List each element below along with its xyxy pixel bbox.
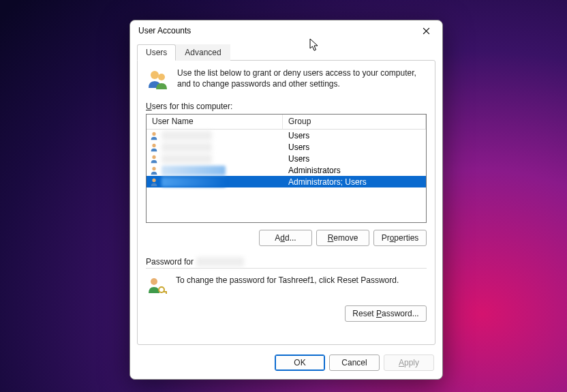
user-icon — [149, 154, 159, 164]
user-icon — [149, 166, 159, 175]
user-icon — [149, 177, 159, 187]
column-header-group[interactable]: Group — [283, 115, 426, 129]
user-icon — [149, 131, 159, 140]
cancel-button[interactable]: Cancel — [329, 355, 380, 371]
add-button[interactable]: Add... — [259, 230, 312, 246]
svg-rect-10 — [166, 291, 167, 294]
key-user-icon — [146, 275, 168, 297]
users-listview[interactable]: User Name Group ████ Users ████ Users ██… — [146, 114, 427, 223]
svg-point-6 — [152, 178, 155, 181]
tab-users[interactable]: Users — [137, 44, 176, 61]
password-section-label: Password for ████ — [146, 257, 427, 269]
svg-point-5 — [152, 166, 155, 170]
apply-button: Apply — [384, 355, 434, 371]
ok-button[interactable]: OK — [275, 355, 325, 371]
svg-point-2 — [152, 132, 155, 135]
users-list-label: Users for this computer: — [146, 102, 427, 111]
list-item[interactable]: ████ Administrators; Users — [147, 176, 426, 187]
listview-body: ████ Users ████ Users ████ Users ████ Ad… — [147, 130, 426, 187]
user-accounts-window: User Accounts Users Advanced Use th — [129, 20, 443, 380]
listview-header: User Name Group — [147, 115, 426, 130]
svg-point-0 — [151, 71, 159, 79]
intro-row: Use the list below to grant or deny user… — [146, 67, 427, 92]
tab-advanced[interactable]: Advanced — [176, 44, 230, 61]
dialog-footer: OK Cancel Apply — [130, 350, 442, 379]
list-item[interactable]: ████ Users — [147, 153, 426, 164]
svg-point-7 — [151, 278, 157, 285]
users-icon — [146, 67, 170, 92]
window-title: User Accounts — [138, 26, 415, 35]
list-item[interactable]: ████ Administrators — [147, 164, 426, 176]
list-item[interactable]: ████ Users — [147, 130, 426, 141]
column-header-username[interactable]: User Name — [147, 115, 283, 129]
svg-point-1 — [158, 74, 165, 80]
remove-button[interactable]: Remove — [316, 230, 369, 246]
desktop-background: User Accounts Users Advanced Use th — [0, 0, 567, 392]
svg-point-3 — [152, 143, 155, 147]
list-button-row: Add... Remove Properties — [146, 230, 427, 246]
tab-strip: Users Advanced — [130, 41, 442, 60]
reset-password-button[interactable]: Reset Password... — [345, 305, 427, 322]
titlebar: User Accounts — [130, 20, 442, 41]
close-icon — [423, 27, 430, 35]
list-item[interactable]: ████ Users — [147, 141, 426, 153]
password-body: To change the password for Tashreef1, cl… — [146, 275, 427, 297]
close-button[interactable] — [415, 22, 437, 39]
svg-point-4 — [152, 155, 155, 158]
user-icon — [149, 142, 159, 152]
intro-text: Use the list below to grant or deny user… — [177, 67, 427, 92]
properties-button[interactable]: Properties — [373, 230, 427, 246]
tab-panel-users: Use the list below to grant or deny user… — [137, 60, 435, 345]
password-section: Password for ████ To change the passwor — [146, 257, 427, 322]
password-instruction-text: To change the password for Tashreef1, cl… — [176, 275, 399, 285]
